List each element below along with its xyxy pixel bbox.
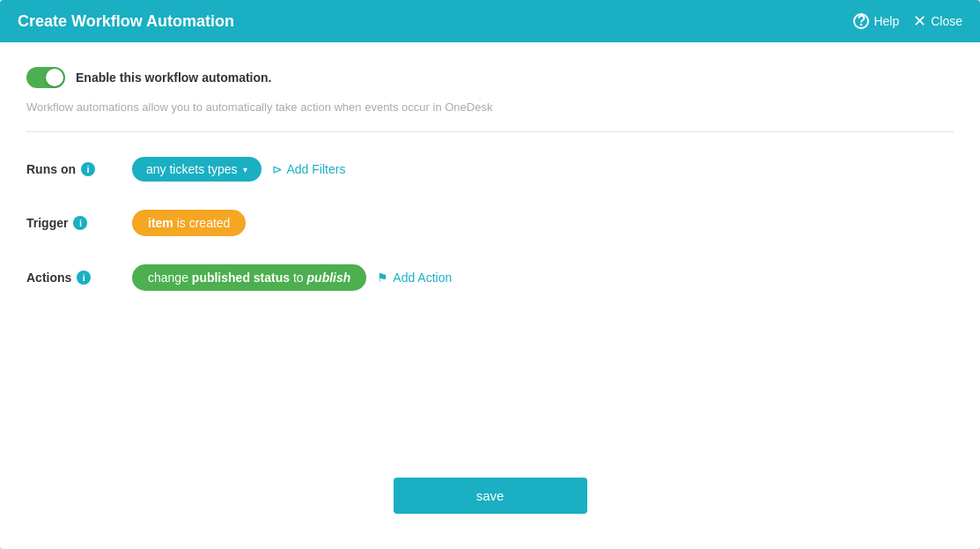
- runs-on-pill-text: any tickets types: [146, 162, 238, 176]
- add-filters-button[interactable]: ⊳ Add Filters: [272, 162, 346, 176]
- add-action-button[interactable]: ⚑ Add Action: [377, 271, 452, 285]
- trigger-pill[interactable]: item is created: [132, 210, 246, 236]
- subtitle-text: Workflow automations allow you to automa…: [26, 100, 954, 114]
- action-bold-text: published status: [192, 271, 290, 285]
- help-button[interactable]: ? Help: [853, 13, 899, 29]
- runs-on-pill[interactable]: any tickets types ▾: [132, 157, 262, 182]
- actions-row: Actions i change published status to pub…: [26, 264, 954, 291]
- form-rows: Runs on i any tickets types ▾ ⊳ Add Filt…: [26, 157, 954, 460]
- help-icon: ?: [853, 13, 869, 29]
- close-icon: ✕: [913, 11, 926, 31]
- trigger-label: Trigger: [26, 216, 68, 230]
- trigger-content: item is created: [132, 210, 246, 236]
- trigger-row: Trigger i item is created: [26, 210, 954, 236]
- actions-label: Actions: [26, 271, 71, 285]
- runs-on-row: Runs on i any tickets types ▾ ⊳ Add Filt…: [26, 157, 954, 182]
- toggle-label: Enable this workflow automation.: [76, 70, 271, 85]
- header-actions: ? Help ✕ Close: [853, 11, 962, 31]
- runs-on-content: any tickets types ▾ ⊳ Add Filters: [132, 157, 345, 182]
- actions-info-icon[interactable]: i: [77, 271, 91, 285]
- trigger-rest-text: is created: [173, 216, 231, 230]
- enable-toggle[interactable]: [26, 67, 65, 88]
- divider: [26, 131, 954, 132]
- modal-create-workflow: Create Workflow Automation ? Help ✕ Clos…: [0, 0, 980, 549]
- trigger-info-icon[interactable]: i: [73, 216, 87, 230]
- flag-icon: ⚑: [377, 271, 388, 285]
- action-change-text: change: [148, 271, 192, 285]
- modal-title: Create Workflow Automation: [18, 12, 234, 31]
- action-italic-text: publish: [307, 271, 351, 285]
- runs-on-label-group: Runs on i: [26, 162, 132, 176]
- action-to-text: to: [290, 271, 306, 285]
- help-label: Help: [873, 14, 899, 28]
- filter-icon: ⊳: [272, 162, 283, 176]
- modal-header: Create Workflow Automation ? Help ✕ Clos…: [0, 0, 980, 42]
- trigger-label-group: Trigger i: [26, 216, 132, 230]
- actions-content: change published status to publish ⚑ Add…: [132, 264, 452, 291]
- action-pill[interactable]: change published status to publish: [132, 264, 366, 291]
- actions-label-group: Actions i: [26, 271, 132, 285]
- chevron-down-icon: ▾: [243, 165, 247, 174]
- toggle-thumb: [46, 69, 63, 86]
- modal-content: Enable this workflow automation. Workflo…: [0, 42, 980, 549]
- toggle-track: [26, 67, 65, 88]
- runs-on-label: Runs on: [26, 162, 76, 176]
- add-filters-label: Add Filters: [287, 162, 346, 176]
- close-button[interactable]: ✕ Close: [913, 11, 962, 31]
- footer: save: [26, 460, 954, 531]
- add-action-label: Add Action: [393, 271, 452, 285]
- toggle-row: Enable this workflow automation.: [26, 67, 954, 88]
- close-label: Close: [931, 14, 962, 28]
- save-button[interactable]: save: [394, 478, 587, 514]
- runs-on-info-icon[interactable]: i: [81, 162, 95, 176]
- trigger-item-text: item: [148, 216, 173, 230]
